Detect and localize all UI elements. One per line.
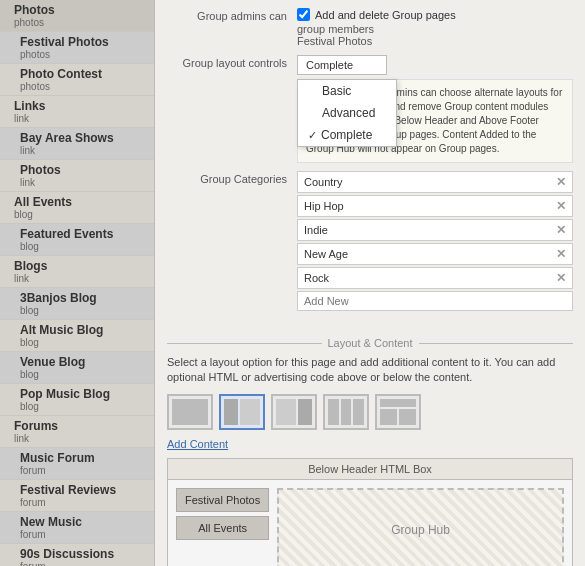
sidebar-item-new-music[interactable]: New Music forum	[0, 512, 154, 544]
html-box-content: Festival Photos All Events Group Hub	[168, 480, 572, 566]
add-delete-pages-label: Add and delete Group pages	[315, 9, 456, 21]
layout-bottom-col-2	[399, 409, 416, 425]
sidebar-item-90s[interactable]: 90s Discussions forum	[0, 544, 154, 566]
layout-thumb-full[interactable]	[167, 394, 213, 430]
category-country: Country ✕	[297, 171, 573, 193]
category-newage-remove[interactable]: ✕	[556, 247, 566, 261]
sidebar-item-3banjos[interactable]: 3Banjos Blog blog	[0, 288, 154, 320]
layout-three-col-1	[328, 399, 339, 425]
group-admins-content: Add and delete Group pages group members…	[297, 8, 573, 47]
layout-thumb-two-col-right-row	[276, 399, 312, 425]
layout-top-block	[380, 399, 416, 407]
dropdown-option-complete[interactable]: Complete	[298, 124, 396, 146]
add-content-link[interactable]: Add Content	[155, 438, 585, 450]
below-header-html-box: Below Header HTML Box Festival Photos Al…	[167, 458, 573, 566]
categories-label: Group Categories	[167, 171, 297, 185]
layout-options	[155, 394, 585, 430]
group-admins-label: Group admins can	[167, 8, 297, 22]
sidebar-item-music-forum[interactable]: Music Forum forum	[0, 448, 154, 480]
layout-controls-content: Complete Basic Advanced Complete Complet…	[297, 55, 573, 163]
layout-thumb-full-block	[172, 399, 208, 425]
layout-three-col-3	[353, 399, 364, 425]
layout-thumb-top-two[interactable]	[375, 394, 421, 430]
category-hiphop: Hip Hop ✕	[297, 195, 573, 217]
sidebar-item-festival-photos[interactable]: Festival Photos photos	[0, 32, 154, 64]
category-hiphop-remove[interactable]: ✕	[556, 199, 566, 213]
category-newage: New Age ✕	[297, 243, 573, 265]
layout-col-right	[240, 399, 260, 425]
sidebar-item-forums[interactable]: Forums link	[0, 416, 154, 448]
sidebar-item-blogs[interactable]: Blogs link	[0, 256, 154, 288]
layout-controls-row: Group layout controls Complete Basic Adv…	[167, 55, 573, 163]
add-delete-pages-checkbox[interactable]	[297, 8, 310, 21]
sidebar-item-bay-area[interactable]: Bay Area Shows link	[0, 128, 154, 160]
layout-thumb-two-col-row	[224, 399, 260, 425]
category-country-remove[interactable]: ✕	[556, 175, 566, 189]
category-indie: Indie ✕	[297, 219, 573, 241]
sidebar-item-alt-music[interactable]: Alt Music Blog blog	[0, 320, 154, 352]
sidebar-item-photo-contest[interactable]: Photo Contest photos	[0, 64, 154, 96]
dropdown-option-advanced[interactable]: Advanced	[298, 102, 396, 124]
layout-section-description: Select a layout option for this page and…	[155, 355, 585, 386]
sidebar-item-pop-music[interactable]: Pop Music Blog blog	[0, 384, 154, 416]
categories-row: Group Categories Country ✕ Hip Hop ✕ Ind…	[167, 171, 573, 311]
festival-photos-text: Festival Photos	[297, 35, 573, 47]
category-indie-remove[interactable]: ✕	[556, 223, 566, 237]
layout-controls-label: Group layout controls	[167, 55, 297, 69]
sidebar-item-links[interactable]: Links link	[0, 96, 154, 128]
add-new-category-input[interactable]	[297, 291, 573, 311]
main-content: Group admins can Add and delete Group pa…	[155, 0, 585, 566]
hub-placeholder: Group Hub	[277, 488, 564, 566]
dropdown-option-basic[interactable]: Basic	[298, 80, 396, 102]
layout-dropdown-trigger[interactable]: Complete	[297, 55, 387, 75]
layout-dropdown-container: Complete Basic Advanced Complete	[297, 55, 573, 75]
layout-section-divider: Layout & Content	[167, 337, 573, 349]
layout-col-left	[224, 399, 238, 425]
html-box-title: Below Header HTML Box	[168, 459, 572, 480]
layout-bottom-row	[380, 409, 416, 425]
layout-thumb-three-row	[328, 399, 364, 425]
form-section: Group admins can Add and delete Group pa…	[155, 0, 585, 327]
categories-content: Country ✕ Hip Hop ✕ Indie ✕ New Age ✕ Ro…	[297, 171, 573, 311]
sidebar-item-all-events[interactable]: All Events blog	[0, 192, 154, 224]
sidebar-item-featured-events[interactable]: Featured Events blog	[0, 224, 154, 256]
sidebar-item-festival-reviews[interactable]: Festival Reviews forum	[0, 480, 154, 512]
layout-thumb-two-col-left[interactable]	[219, 394, 265, 430]
category-rock: Rock ✕	[297, 267, 573, 289]
layout-thumb-three-col[interactable]	[323, 394, 369, 430]
group-admins-row: Group admins can Add and delete Group pa…	[167, 8, 573, 47]
hub-buttons: Festival Photos All Events	[176, 488, 269, 566]
layout-three-col-2	[341, 399, 352, 425]
group-members-text: group members	[297, 23, 573, 35]
sidebar: Photos photos Festival Photos photos Pho…	[0, 0, 155, 566]
layout-bottom-col-1	[380, 409, 397, 425]
hub-button-festival-photos[interactable]: Festival Photos	[176, 488, 269, 512]
sidebar-item-venue-blog[interactable]: Venue Blog blog	[0, 352, 154, 384]
layout-dropdown-menu: Basic Advanced Complete	[297, 79, 397, 147]
hub-button-all-events[interactable]: All Events	[176, 516, 269, 540]
sidebar-item-photos-link[interactable]: Photos link	[0, 160, 154, 192]
add-delete-pages-row: Add and delete Group pages	[297, 8, 573, 21]
sidebar-item-photos[interactable]: Photos photos	[0, 0, 154, 32]
layout-col-side	[298, 399, 312, 425]
layout-col-main	[276, 399, 296, 425]
category-rock-remove[interactable]: ✕	[556, 271, 566, 285]
layout-thumb-two-col-right[interactable]	[271, 394, 317, 430]
